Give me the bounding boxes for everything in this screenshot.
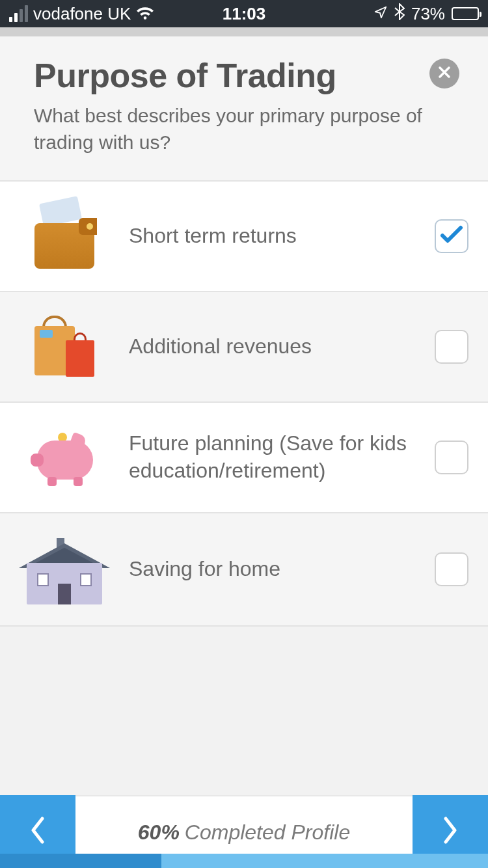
progress-bar bbox=[0, 854, 488, 868]
option-label: Saving for home bbox=[129, 556, 435, 583]
option-saving-for-home[interactable]: Saving for home bbox=[0, 512, 488, 625]
wifi-icon bbox=[136, 7, 154, 21]
option-checkbox[interactable] bbox=[435, 219, 468, 253]
wallet-icon bbox=[0, 204, 129, 269]
option-future-planning[interactable]: Future planning (Save for kids education… bbox=[0, 401, 488, 512]
status-bar: vodafone UK 11:03 73% bbox=[0, 0, 488, 27]
option-additional-revenues[interactable]: Additional revenues bbox=[0, 291, 488, 401]
piggy-bank-icon bbox=[0, 431, 129, 483]
carrier-label: vodafone UK bbox=[33, 4, 131, 24]
status-right: 73% bbox=[373, 3, 479, 25]
bluetooth-icon bbox=[394, 3, 405, 25]
progress-percent: 60% bbox=[138, 821, 180, 845]
list-divider bbox=[0, 625, 488, 627]
battery-percent: 73% bbox=[411, 4, 445, 24]
page-subtitle: What best describes your primary purpose… bbox=[34, 103, 454, 156]
divider-strip bbox=[0, 27, 488, 36]
close-icon bbox=[438, 66, 451, 81]
shopping-bags-icon bbox=[0, 314, 129, 379]
battery-icon bbox=[452, 7, 479, 20]
chevron-right-icon bbox=[441, 815, 460, 848]
options-list: Short term returns Additional revenues F… bbox=[0, 180, 488, 627]
option-checkbox[interactable] bbox=[435, 552, 468, 586]
close-button[interactable] bbox=[429, 59, 459, 88]
progress-text: Completed Profile bbox=[185, 821, 350, 845]
option-checkbox[interactable] bbox=[435, 330, 468, 364]
status-left: vodafone UK bbox=[9, 4, 154, 24]
chevron-left-icon bbox=[28, 815, 47, 848]
house-icon bbox=[0, 530, 129, 608]
location-icon bbox=[373, 4, 388, 24]
signal-icon bbox=[9, 5, 28, 22]
option-label: Future planning (Save for kids education… bbox=[129, 430, 435, 484]
option-checkbox[interactable] bbox=[435, 441, 468, 474]
page-title: Purpose of Trading bbox=[34, 56, 454, 95]
option-short-term-returns[interactable]: Short term returns bbox=[0, 180, 488, 291]
option-label: Short term returns bbox=[129, 223, 435, 250]
check-icon bbox=[440, 225, 463, 247]
status-time: 11:03 bbox=[223, 4, 266, 24]
option-label: Additional revenues bbox=[129, 333, 435, 360]
page-header: Purpose of Trading What best describes y… bbox=[0, 36, 488, 180]
